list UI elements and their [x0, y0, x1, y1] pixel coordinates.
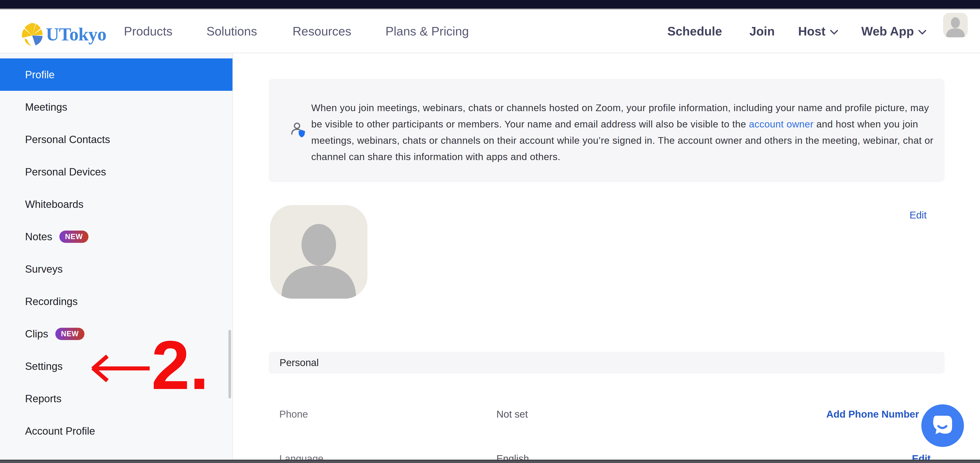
- nav-resources[interactable]: Resources: [293, 10, 352, 53]
- sidebar-item-notes[interactable]: NotesNEW: [0, 220, 232, 253]
- sidebar-item-account-profile[interactable]: Account Profile: [0, 415, 232, 447]
- sidebar-item-personal-contacts[interactable]: Personal Contacts: [0, 123, 232, 156]
- new-badge: NEW: [59, 231, 88, 243]
- logo-wordmark: UTokyo: [46, 24, 107, 45]
- user-avatar[interactable]: [943, 13, 968, 37]
- section-title: Personal: [280, 357, 319, 368]
- nav-schedule[interactable]: Schedule: [667, 10, 722, 53]
- annotation-step-number: 2.: [151, 331, 209, 399]
- sidebar-item-surveys[interactable]: Surveys: [0, 253, 232, 285]
- annotation-arrow-icon: [89, 350, 153, 386]
- zoom-web-portal: UTokyo Products Solutions Resources Plan…: [0, 0, 980, 463]
- user-shield-icon: [290, 122, 306, 138]
- nav-web-app[interactable]: Web App: [861, 10, 927, 53]
- chat-bubble-icon: [931, 414, 954, 438]
- privacy-notice-text: When you join meetings, webinars, chats …: [311, 100, 937, 165]
- nav-solutions[interactable]: Solutions: [207, 10, 257, 53]
- browser-top-strip: [0, 0, 980, 10]
- phone-label: Phone: [279, 409, 308, 420]
- account-owner-link[interactable]: account owner: [749, 119, 813, 130]
- personal-section-header: Personal: [269, 352, 945, 374]
- ginkgo-leaf-icon: [20, 21, 45, 48]
- nav-products[interactable]: Products: [124, 10, 172, 53]
- sidebar-item-meetings[interactable]: Meetings: [0, 91, 232, 123]
- nav-host[interactable]: Host: [798, 10, 838, 53]
- nav-join[interactable]: Join: [749, 10, 775, 53]
- chevron-down-icon: [918, 29, 927, 35]
- profile-edit-link[interactable]: Edit: [910, 210, 927, 221]
- top-navigation-bar: UTokyo Products Solutions Resources Plan…: [0, 10, 980, 53]
- sidebar-item-personal-devices[interactable]: Personal Devices: [0, 156, 232, 188]
- add-phone-number-link[interactable]: Add Phone Number: [826, 409, 919, 420]
- support-chat-button[interactable]: [921, 404, 964, 447]
- sidebar-item-recordings[interactable]: Recordings: [0, 285, 232, 318]
- sidebar-scrollbar[interactable]: [228, 330, 231, 398]
- privacy-notice-box: When you join meetings, webinars, chats …: [269, 79, 945, 182]
- phone-value: Not set: [496, 409, 528, 420]
- nav-plans-pricing[interactable]: Plans & Pricing: [385, 10, 469, 53]
- new-badge: NEW: [55, 328, 84, 340]
- chevron-down-icon: [830, 29, 838, 35]
- sidebar-item-whiteboards[interactable]: Whiteboards: [0, 188, 232, 220]
- utokyo-logo[interactable]: UTokyo: [20, 21, 107, 48]
- profile-picture-placeholder[interactable]: [270, 205, 368, 299]
- browser-bottom-strip: [0, 460, 980, 463]
- sidebar-item-profile[interactable]: Profile: [0, 59, 232, 91]
